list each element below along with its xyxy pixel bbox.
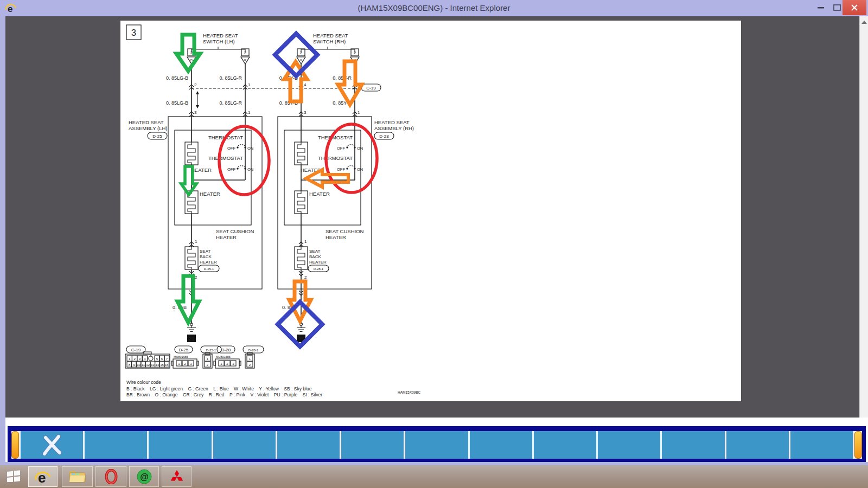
toolbar-button-10[interactable] xyxy=(598,431,660,459)
internet-explorer-icon: e xyxy=(33,468,53,485)
svg-text:D-28-1: D-28-1 xyxy=(314,267,324,271)
svg-text:D-25-1: D-25-1 xyxy=(204,267,214,271)
taskbar-app-mail-ru-agent[interactable]: @ xyxy=(129,466,159,487)
wiring-diagram: 3 HEATED SEAT SWITCH (LH) HEATED SEAT SW… xyxy=(120,21,741,401)
svg-text:THERMOSTAT: THERMOSTAT xyxy=(318,134,353,140)
svg-text:OFF: OFF xyxy=(227,167,235,172)
svg-text:1: 1 xyxy=(249,357,251,361)
svg-text:MU801685: MU801685 xyxy=(216,355,231,358)
taskbar-app-file-explorer[interactable] xyxy=(62,466,93,487)
svg-text:D-25-1: D-25-1 xyxy=(206,349,216,352)
svg-text:HAM15X09BC: HAM15X09BC xyxy=(398,390,421,394)
svg-text:3: 3 xyxy=(139,357,141,361)
green-arrow-lh-ground xyxy=(177,276,199,323)
svg-text:THERMOSTAT: THERMOSTAT xyxy=(208,155,243,161)
svg-text:6: 6 xyxy=(161,357,163,361)
svg-text:D: D xyxy=(190,59,193,62)
toolbar-button-8[interactable] xyxy=(470,431,532,459)
svg-text:ON: ON xyxy=(247,146,253,151)
svg-text:2: 2 xyxy=(304,275,307,280)
toolbar-scroll-left-tab[interactable] xyxy=(11,431,19,459)
toolbar-button-7[interactable] xyxy=(405,431,468,459)
svg-text:2: 2 xyxy=(300,50,303,55)
taskbar-app-opera[interactable] xyxy=(95,466,126,487)
toolbar-button-tools[interactable] xyxy=(21,431,83,459)
svg-text:0. 85LG-R: 0. 85LG-R xyxy=(219,100,242,106)
svg-text:21: 21 xyxy=(189,336,195,342)
start-button[interactable] xyxy=(3,467,24,485)
svg-text:1: 1 xyxy=(248,82,251,87)
svg-text:2: 2 xyxy=(195,275,197,280)
svg-text:1: 1 xyxy=(178,362,180,365)
svg-text:2: 2 xyxy=(354,50,356,55)
svg-text:HEATER: HEATER xyxy=(200,260,217,265)
toolbar-button-9[interactable] xyxy=(534,431,596,459)
connector-d28-1-pinout: D-28-1 1 2 xyxy=(243,346,264,368)
window-titlebar[interactable]: e (HAM15X09BC00ENG) - Internet Explorer xyxy=(0,0,868,16)
taskbar-app-internet-explorer[interactable]: e xyxy=(28,466,58,487)
toolbar-button-5[interactable] xyxy=(277,431,340,459)
svg-text:12: 12 xyxy=(146,363,150,367)
close-button[interactable] xyxy=(843,0,866,15)
toolbar-button-3[interactable] xyxy=(149,431,211,459)
svg-text:4: 4 xyxy=(144,357,146,361)
svg-text:3: 3 xyxy=(194,110,197,115)
file-explorer-icon xyxy=(69,470,86,484)
svg-text:SEAT CUSHION: SEAT CUSHION xyxy=(326,228,364,234)
toolbar-scroll-right-tab[interactable] xyxy=(854,431,862,459)
browser-viewport: 3 HEATED SEAT SWITCH (LH) HEATED SEAT SW… xyxy=(5,16,859,418)
orange-arrow-down-rh-switch xyxy=(338,61,362,105)
svg-text:5: 5 xyxy=(156,357,158,361)
svg-text:HEATER: HEATER xyxy=(200,191,220,197)
svg-text:3: 3 xyxy=(304,110,307,115)
svg-text:HEATER: HEATER xyxy=(326,234,346,240)
svg-text:HEATER: HEATER xyxy=(216,234,237,240)
green-arrow-lh-switch xyxy=(176,35,200,71)
window-title: (HAM15X09BC00ENG) - Internet Explorer xyxy=(0,0,868,16)
toolbar-button-6[interactable] xyxy=(341,431,404,459)
svg-text:3: 3 xyxy=(232,362,234,365)
scroll-up-icon[interactable] xyxy=(861,21,867,24)
svg-text:1: 1 xyxy=(207,357,209,361)
toolbar-button-2[interactable] xyxy=(85,431,147,459)
toolbar-button-13[interactable] xyxy=(790,431,853,459)
svg-text:1: 1 xyxy=(248,110,251,115)
svg-text:HEATED SEAT: HEATED SEAT xyxy=(313,33,348,38)
svg-text:ASSEMBLY (RH): ASSEMBLY (RH) xyxy=(374,125,414,131)
close-icon xyxy=(851,4,858,11)
svg-text:THERMOSTAT: THERMOSTAT xyxy=(318,155,353,161)
svg-text:G: G xyxy=(300,59,303,62)
svg-text:BR : Brown O : Orange GR: BR : Brown O : Orange GR : Grey R : Red … xyxy=(126,392,322,397)
svg-text:SWITCH (LH): SWITCH (LH) xyxy=(203,38,235,44)
connector-d28-pinout: D-28 MU801685 1 2 3 xyxy=(214,346,241,368)
vertical-scrollbar[interactable] xyxy=(859,16,868,418)
minimize-button[interactable] xyxy=(813,0,828,15)
toolbar-button-12[interactable] xyxy=(726,431,789,459)
svg-text:4: 4 xyxy=(304,82,307,87)
taskbar-app-mitsubishi-asa[interactable] xyxy=(162,466,192,487)
svg-text:SEAT: SEAT xyxy=(309,249,320,254)
bottom-frame xyxy=(5,418,868,462)
heated-seat-assembly-rh: HEATED SEAT ASSEMBLY (RH) D-28 THERMOSTA… xyxy=(278,117,414,289)
toolbar-button-11[interactable] xyxy=(662,431,724,459)
svg-text:2: 2 xyxy=(133,357,136,361)
svg-text:2: 2 xyxy=(226,362,228,365)
svg-text:8: 8 xyxy=(129,363,131,367)
svg-text:HEATED SEAT: HEATED SEAT xyxy=(129,119,164,125)
toolbar-button-4[interactable] xyxy=(213,431,276,459)
svg-text:HEATED SEAT: HEATED SEAT xyxy=(374,119,410,125)
svg-text:D-28-1: D-28-1 xyxy=(248,349,259,352)
svg-text:HEATER: HEATER xyxy=(309,260,327,265)
svg-text:e: e xyxy=(38,470,46,485)
svg-text:ON: ON xyxy=(247,167,253,172)
svg-text:OFF: OFF xyxy=(337,146,345,151)
heated-seat-assembly-lh: HEATED SEAT ASSEMBLY (LH) D-25 THERMOSTA… xyxy=(129,117,262,289)
cross-tool-icon xyxy=(41,434,63,457)
svg-text:16: 16 xyxy=(165,363,169,367)
svg-text:OFF: OFF xyxy=(227,146,235,151)
svg-text:SWITCH (RH): SWITCH (RH) xyxy=(313,38,346,44)
svg-text:11: 11 xyxy=(142,363,145,367)
svg-text:14: 14 xyxy=(156,363,159,367)
svg-text:0. 85LG-B: 0. 85LG-B xyxy=(166,75,188,81)
diagram-page: 3 HEATED SEAT SWITCH (LH) HEATED SEAT SW… xyxy=(120,21,741,401)
